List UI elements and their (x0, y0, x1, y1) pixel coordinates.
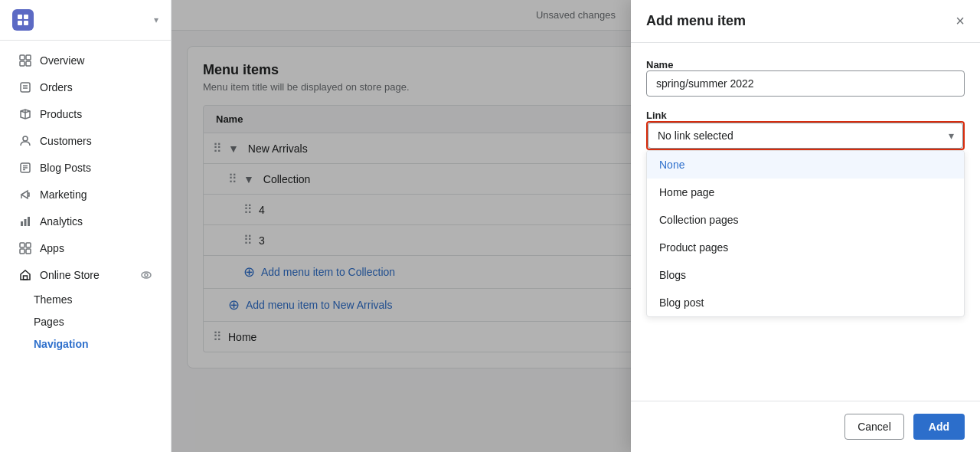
sidebar-item-label-customers: Customers (40, 135, 92, 147)
blog-icon (18, 161, 32, 175)
online-store-title: Online Store (18, 268, 100, 282)
sidebar-item-label-overview: Overview (40, 54, 84, 67)
dropdown-options-list: None Home page Collection pages Product … (646, 150, 965, 317)
svg-rect-24 (24, 276, 28, 280)
sidebar-item-label-orders: Orders (40, 81, 73, 93)
sidebar-item-themes[interactable]: Themes (0, 289, 165, 310)
close-button[interactable]: × (956, 12, 965, 30)
sidebar-nav: Overview Orders Products (0, 41, 171, 452)
sidebar-item-customers[interactable]: Customers (6, 128, 165, 154)
sidebar-item-pages[interactable]: Pages (0, 311, 165, 332)
sidebar-item-label-analytics: Analytics (40, 215, 83, 228)
chevron-down-icon: ▾ (154, 15, 158, 25)
sidebar-item-blog-posts[interactable]: Blog Posts (6, 155, 165, 181)
svg-rect-1 (24, 15, 28, 19)
sidebar-item-label-marketing: Marketing (40, 188, 87, 201)
apps-icon (18, 241, 32, 255)
svg-point-11 (23, 136, 28, 141)
eye-icon[interactable] (140, 269, 152, 281)
sidebar-item-overview[interactable]: Overview (6, 47, 165, 74)
customers-icon (18, 134, 32, 148)
modal-header: Add menu item × (631, 0, 980, 43)
svg-rect-5 (26, 55, 31, 60)
sidebar-item-orders[interactable]: Orders (6, 74, 165, 100)
svg-rect-18 (24, 219, 27, 226)
svg-point-26 (145, 273, 148, 277)
analytics-icon (18, 215, 32, 228)
dropdown-option-product-pages[interactable]: Product pages (647, 234, 964, 261)
modal-title: Add menu item (646, 13, 746, 29)
online-store-header[interactable]: Online Store (6, 262, 165, 288)
link-select[interactable]: No link selected None Home page Collecti… (648, 123, 963, 149)
sidebar-item-analytics[interactable]: Analytics (6, 208, 165, 234)
store-icon (18, 268, 32, 282)
online-store-sub-items: Themes Pages Navigation (0, 289, 171, 355)
logo[interactable]: SHOPLAZZA (12, 9, 95, 31)
link-field-group: Link No link selected None Home page Col… (646, 109, 965, 317)
modal-footer: Cancel Add (631, 401, 980, 452)
sidebar-item-products[interactable]: Products (6, 101, 165, 127)
link-label: Link (646, 110, 667, 121)
svg-rect-17 (21, 221, 23, 226)
sidebar-item-label-products: Products (40, 108, 82, 120)
svg-point-25 (142, 272, 151, 278)
sidebar-item-label-blog-posts: Blog Posts (40, 162, 91, 174)
svg-rect-8 (21, 83, 30, 92)
svg-rect-19 (28, 217, 30, 226)
dropdown-option-collection-pages[interactable]: Collection pages (647, 206, 964, 234)
dropdown-option-none[interactable]: None (647, 151, 964, 179)
orders-icon (18, 80, 32, 94)
svg-rect-22 (20, 249, 24, 254)
sidebar-item-marketing[interactable]: Marketing (6, 182, 165, 208)
marketing-icon (18, 188, 32, 201)
svg-rect-23 (26, 249, 31, 254)
logo-text: SHOPLAZZA (40, 15, 95, 25)
products-icon (18, 107, 32, 121)
modal-body: Name Link No link selected None Home pag… (631, 43, 980, 401)
sidebar-item-online-store: Online Store Themes Pages Navigation (0, 262, 171, 355)
link-dropdown-wrapper: No link selected None Home page Collecti… (646, 121, 965, 150)
online-store-label: Online Store (40, 269, 100, 281)
sidebar: SHOPLAZZA ▾ Overview (0, 0, 172, 452)
name-label: Name (646, 59, 673, 70)
name-input[interactable] (646, 70, 965, 97)
svg-rect-21 (26, 243, 31, 247)
dropdown-option-home-page[interactable]: Home page (647, 179, 964, 206)
svg-rect-4 (20, 55, 24, 60)
sidebar-item-navigation[interactable]: Navigation (0, 333, 165, 355)
dropdown-option-blogs[interactable]: Blogs (647, 261, 964, 289)
sidebar-item-apps[interactable]: Apps (6, 235, 165, 261)
sidebar-header: SHOPLAZZA ▾ (0, 0, 171, 41)
svg-rect-2 (18, 21, 22, 25)
dropdown-option-blog-post[interactable]: Blog post (647, 289, 964, 316)
svg-rect-20 (20, 243, 24, 247)
svg-rect-0 (18, 15, 22, 19)
svg-rect-6 (20, 61, 24, 66)
name-field-group: Name (646, 58, 965, 97)
cancel-button[interactable]: Cancel (844, 414, 904, 440)
add-button[interactable]: Add (913, 414, 965, 440)
add-menu-item-panel: Add menu item × Name Link No link select… (631, 0, 980, 452)
svg-rect-3 (24, 21, 28, 25)
sidebar-item-label-apps: Apps (40, 242, 64, 254)
logo-icon (12, 9, 34, 31)
svg-rect-7 (26, 61, 31, 66)
grid-icon (18, 54, 32, 67)
